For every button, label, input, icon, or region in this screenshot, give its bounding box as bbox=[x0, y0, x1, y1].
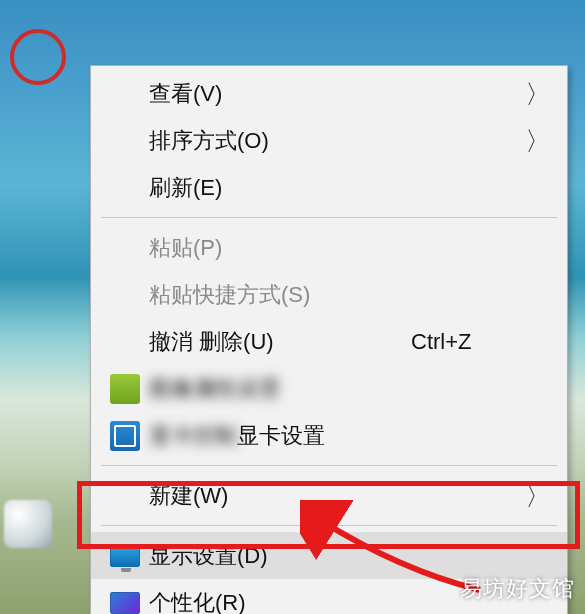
menu-separator bbox=[101, 217, 557, 218]
menu-label: 刷新(E) bbox=[149, 173, 411, 203]
menu-shortcut: Ctrl+Z bbox=[411, 329, 521, 355]
personalize-icon bbox=[101, 592, 149, 614]
menu-label: 显卡控制显卡设置 bbox=[149, 421, 411, 451]
menu-item-vendor-2[interactable]: 显卡控制显卡设置 bbox=[91, 412, 567, 459]
menu-separator bbox=[101, 525, 557, 526]
menu-label: 撤消 删除(U) bbox=[149, 327, 411, 357]
menu-label: 新建(W) bbox=[149, 481, 411, 511]
annotation-circle bbox=[10, 29, 66, 85]
menu-label: 排序方式(O) bbox=[149, 126, 411, 156]
desktop-context-menu: 查看(V) 〉 排序方式(O) 〉 刷新(E) 粘贴(P) 粘贴快捷方式(S) bbox=[90, 65, 568, 614]
menu-item-new[interactable]: 新建(W) 〉 bbox=[91, 472, 567, 519]
menu-item-sort[interactable]: 排序方式(O) 〉 bbox=[91, 117, 567, 164]
desktop-background[interactable]: 查看(V) 〉 排序方式(O) 〉 刷新(E) 粘贴(P) 粘贴快捷方式(S) bbox=[0, 0, 585, 614]
menu-item-view[interactable]: 查看(V) 〉 bbox=[91, 70, 567, 117]
menu-item-paste-shortcut: 粘贴快捷方式(S) bbox=[91, 271, 567, 318]
desktop-shortcut-icon[interactable] bbox=[4, 500, 52, 548]
menu-label: 图像属性设置 bbox=[149, 374, 411, 404]
menu-label: 粘贴快捷方式(S) bbox=[149, 280, 411, 310]
menu-item-vendor-1[interactable]: 图像属性设置 bbox=[91, 365, 567, 412]
menu-item-refresh[interactable]: 刷新(E) bbox=[91, 164, 567, 211]
menu-label: 显示设置(D) bbox=[149, 541, 411, 571]
chevron-right-icon: 〉 bbox=[521, 128, 551, 154]
vendor-icon bbox=[101, 421, 149, 451]
menu-item-paste: 粘贴(P) bbox=[91, 224, 567, 271]
menu-label: 个性化(R) bbox=[149, 588, 411, 615]
menu-item-display-settings[interactable]: 显示设置(D) bbox=[91, 532, 567, 579]
vendor-icon bbox=[101, 374, 149, 404]
watermark-text: 易坊好文馆 bbox=[460, 574, 575, 604]
menu-label: 查看(V) bbox=[149, 79, 411, 109]
monitor-icon bbox=[101, 545, 149, 567]
menu-item-undo-delete[interactable]: 撤消 删除(U) Ctrl+Z bbox=[91, 318, 567, 365]
chevron-right-icon: 〉 bbox=[521, 483, 551, 509]
menu-label: 粘贴(P) bbox=[149, 233, 411, 263]
menu-separator bbox=[101, 465, 557, 466]
chevron-right-icon: 〉 bbox=[521, 81, 551, 107]
